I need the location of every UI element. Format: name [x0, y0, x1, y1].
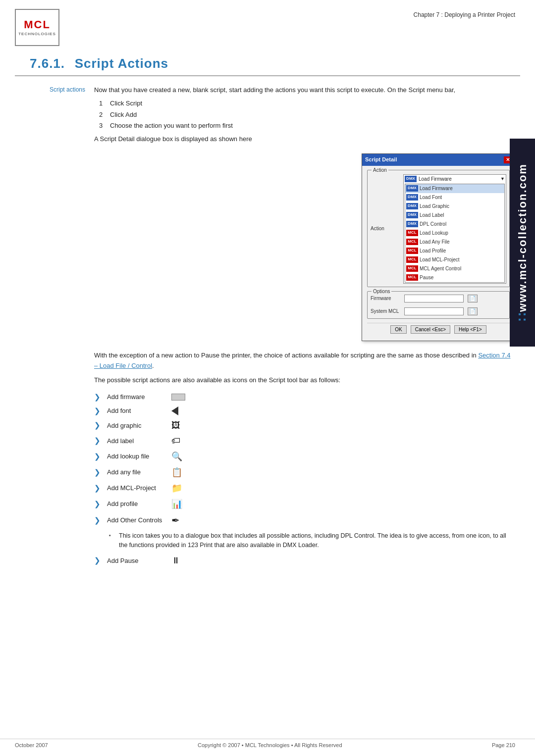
- sub-bullet-dot: ▪: [109, 531, 114, 551]
- dialog-area: Script Detail ✕ Action Action DMX Load F…: [94, 153, 515, 341]
- step-text: Click Add: [110, 110, 137, 120]
- watermark-dots: ∷: [515, 312, 530, 321]
- item-label: Pause: [420, 274, 433, 282]
- firmware-row: Firmware 📄: [371, 295, 506, 302]
- content-area: Script actions Now that you have created…: [0, 76, 535, 350]
- icon-item-label: Add font: [107, 407, 166, 414]
- pause-icon: ⏸: [171, 555, 180, 566]
- dropdown-item[interactable]: DMX DPL Control: [405, 220, 504, 229]
- item-label: Load Label: [420, 211, 444, 219]
- list-item: ❯ Add graphic 🖼: [94, 420, 515, 431]
- font-icon: [171, 406, 178, 415]
- dialog-body: Action Action DMX Load Firmware ▼: [362, 166, 515, 341]
- dropdown-item[interactable]: MCL Load MCL-Project: [405, 255, 504, 264]
- bullet-arrow-icon: ❯: [94, 452, 102, 461]
- other-controls-icon: ✒: [171, 514, 180, 526]
- action-field-label: Action: [371, 225, 400, 233]
- mclproject-icon: 📁: [171, 483, 182, 494]
- footer-copyright: Copyright © 2007 • MCL Technologies • Al…: [48, 742, 492, 748]
- icon-item-label: Add label: [107, 437, 166, 445]
- list-item: ❯ Add profile 📊: [94, 499, 515, 509]
- list-item: 3 Choose the action you want to perform …: [99, 121, 515, 131]
- system-mcl-browse-button[interactable]: 📄: [468, 307, 478, 315]
- firmware-browse-button[interactable]: 📄: [468, 295, 478, 302]
- dmx-badge: DMX: [405, 176, 417, 182]
- dropdown-item[interactable]: MCL Load Lookup: [405, 229, 504, 238]
- dropdown-item[interactable]: DMX Load Label: [405, 211, 504, 220]
- item-label: DPL Control: [420, 220, 446, 228]
- label-icon: 🏷: [171, 436, 180, 446]
- list-item: ❯ Add any file 📋: [94, 467, 515, 478]
- options-group-label: Options: [372, 288, 391, 296]
- firmware-label: Firmware: [371, 295, 400, 302]
- firmware-input[interactable]: [404, 295, 464, 302]
- options-group: Options Firmware 📄 System MCL 📄: [367, 291, 510, 319]
- page-footer: October 2007 Copyright © 2007 • MCL Tech…: [0, 739, 535, 756]
- page-header: MCL TECHNOLOGIES Chapter 7 : Deploying a…: [0, 0, 535, 46]
- item-label: Load Font: [420, 194, 442, 202]
- dmx-badge: DMX: [406, 212, 418, 218]
- item-label: Load Profile: [420, 247, 446, 255]
- icon-list-pause: ❯ Add Pause ⏸: [0, 555, 535, 566]
- dialog-title: Script Detail: [365, 155, 397, 164]
- profile-icon: 📊: [171, 499, 182, 509]
- watermark-text: www.mcl-collection.com: [516, 164, 529, 312]
- list-item: 1 Click Script: [99, 99, 515, 109]
- mcl-badge: MCL: [406, 239, 418, 245]
- list-item: ❯ Add Pause ⏸: [94, 555, 515, 566]
- sidebar-watermark: ∷ www.mcl-collection.com: [510, 139, 535, 347]
- ok-button[interactable]: OK: [390, 325, 406, 334]
- footer-date: October 2007: [15, 742, 48, 748]
- dropdown-item[interactable]: MCL Load Any File: [405, 238, 504, 247]
- bullet-arrow-icon: ❯: [94, 393, 102, 402]
- step-num: 2: [99, 110, 106, 120]
- dropdown-item[interactable]: DMX Load Firmware: [405, 184, 504, 193]
- step-text: Choose the action you want to perform fi…: [110, 121, 233, 131]
- script-detail-dialog: Script Detail ✕ Action Action DMX Load F…: [362, 153, 515, 341]
- icon-item-label: Add MCL-Project: [107, 484, 166, 492]
- sub-bullet: ▪ This icon takes you to a dialogue box …: [0, 531, 535, 555]
- mcl-badge: MCL: [406, 230, 418, 236]
- after-link-text: .: [152, 362, 154, 369]
- logo: MCL TECHNOLOGIES: [15, 9, 59, 46]
- steps-list: 1 Click Script 2 Click Add 3 Choose the …: [94, 99, 515, 131]
- bullet-arrow-icon: ❯: [94, 484, 102, 493]
- dropdown-item[interactable]: MCL Pause: [405, 273, 504, 282]
- action-dropdown[interactable]: DMX Load Firmware ▼ DMX Load Firmware: [403, 174, 506, 284]
- icon-item-label: Add graphic: [107, 422, 166, 429]
- dropdown-item[interactable]: DMX Load Font: [405, 193, 504, 202]
- item-label: Load Firmware: [420, 185, 453, 193]
- bullet-arrow-icon: ❯: [94, 468, 102, 477]
- dmx-badge: DMX: [406, 185, 418, 192]
- cancel-button[interactable]: Cancel <Esc>: [411, 325, 450, 334]
- bullet-arrow-icon: ❯: [94, 500, 102, 508]
- dropdown-item[interactable]: DMX Load Graphic: [405, 202, 504, 211]
- item-label: Load Lookup: [420, 229, 448, 237]
- dmx-badge: DMX: [406, 194, 418, 201]
- bullet-arrow-icon: ❯: [94, 516, 102, 525]
- list-item: 2 Click Add: [99, 110, 515, 120]
- after-dialog-text1: With the exception of a new action to Pa…: [94, 352, 477, 359]
- dropdown-arrow: ▼: [500, 175, 505, 182]
- dropdown-list: DMX Load Firmware DMX Load Font DMX: [405, 184, 505, 283]
- dropdown-item[interactable]: MCL Load Profile: [405, 247, 504, 255]
- dmx-badge: DMX: [406, 203, 418, 209]
- list-item: ❯ Add label 🏷: [94, 436, 515, 446]
- item-label: Load Graphic: [420, 202, 449, 210]
- dropdown-item[interactable]: MCL MCL Agent Control: [405, 264, 504, 273]
- system-mcl-input[interactable]: [404, 307, 464, 315]
- item-label: Load Any File: [420, 238, 450, 246]
- selected-item: Load Firmware: [419, 175, 452, 183]
- list-item: ❯ Add font: [94, 406, 515, 415]
- help-button[interactable]: Help <F1>: [454, 325, 486, 334]
- toolbar-text: The possible script actions are also ava…: [94, 375, 515, 385]
- bullet-arrow-icon: ❯: [94, 406, 102, 415]
- sub-bullet-text: This icon takes you to a dialogue box th…: [119, 531, 515, 551]
- section-number: 7.6.1.: [30, 56, 65, 71]
- graphic-icon: 🖼: [171, 420, 180, 431]
- section-title-area: 7.6.1. Script Actions: [15, 46, 520, 76]
- step-text: Click Script: [110, 99, 142, 109]
- list-item: ❯ Add firmware: [94, 393, 515, 402]
- system-mcl-row: System MCL 📄: [371, 307, 506, 315]
- dmx-badge: DMX: [406, 221, 418, 227]
